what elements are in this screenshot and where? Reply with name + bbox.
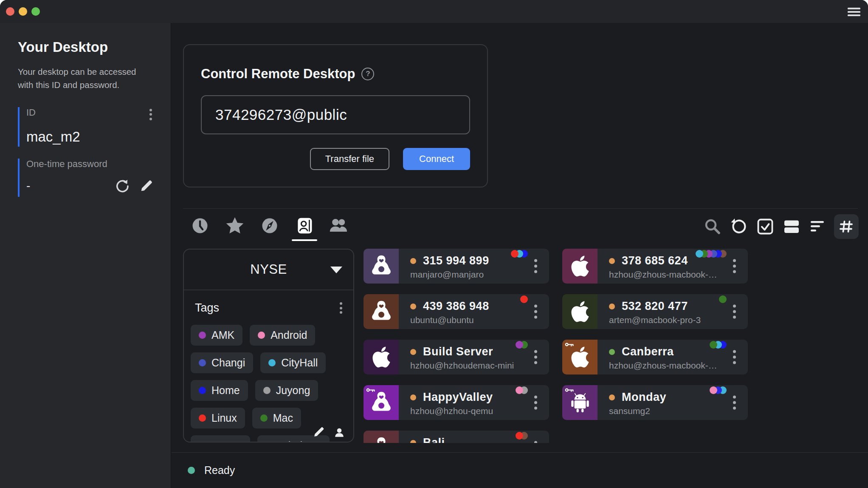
tag-label: Neson — [211, 440, 242, 443]
peer-card[interactable]: Canberrahzhou@zhous-macbook-… — [562, 340, 748, 375]
tag-chip-cityhall[interactable]: CityHall — [260, 352, 326, 373]
connect-button[interactable]: Connect — [403, 148, 470, 170]
people-icon — [330, 217, 349, 234]
search-button[interactable] — [702, 216, 723, 237]
control-remote-desktop-panel: Control Remote Desktop Transfer file Con… — [183, 44, 488, 187]
person-icon[interactable] — [334, 427, 345, 438]
peer-name: Canberra — [622, 345, 674, 358]
peer-menu-button[interactable] — [731, 394, 738, 411]
peer-name: Monday — [622, 391, 666, 404]
hamburger-menu-icon[interactable] — [848, 8, 860, 16]
linux-avatar — [364, 249, 399, 284]
status-bar: Ready — [172, 452, 868, 488]
peer-card[interactable]: Build Serverhzhou@hzhoudemac-mini — [364, 340, 549, 375]
view-mode-button[interactable] — [781, 216, 802, 237]
tag-chip-home[interactable]: Home — [191, 380, 248, 401]
peer-name: 439 386 948 — [423, 300, 489, 313]
tab-recent-sessions[interactable] — [190, 216, 210, 235]
transfer-file-button[interactable]: Transfer file — [310, 148, 389, 170]
peer-menu-button[interactable] — [731, 258, 738, 275]
tags-panel: NYSE Tags AMKAndroidChangiCityHallHomeJu… — [183, 249, 354, 443]
tag-label: Juyong — [276, 384, 310, 397]
tag-label: Windows — [278, 440, 321, 443]
tag-label: AMK — [211, 329, 234, 341]
apple-avatar — [562, 249, 597, 284]
peer-status-dot — [609, 304, 615, 309]
peer-status-dot — [410, 394, 416, 400]
sort-button[interactable] — [808, 216, 828, 237]
refresh-button[interactable] — [729, 216, 749, 237]
panel-title: Control Remote Desktop — [201, 66, 355, 82]
peer-menu-button[interactable] — [533, 440, 539, 443]
peer-card[interactable]: 378 685 624hzhou@zhous-macbook-… — [562, 249, 748, 284]
peer-username: hzhou@hzhoudemac-mini — [410, 360, 519, 371]
peer-name: Build Server — [423, 345, 493, 358]
key-icon — [366, 387, 375, 393]
select-button[interactable] — [755, 216, 775, 237]
peer-menu-button[interactable] — [533, 349, 539, 366]
peer-card[interactable]: 439 386 948ubuntu@ubuntu — [364, 294, 549, 329]
filter-tags-button[interactable] — [834, 214, 859, 239]
one-time-password-value: - — [26, 179, 115, 193]
tag-chip-android[interactable]: Android — [250, 325, 315, 346]
peer-menu-button[interactable] — [533, 303, 539, 321]
address-book-dropdown[interactable]: NYSE — [184, 250, 353, 290]
tag-color-dot — [268, 359, 276, 366]
tag-color-dot — [199, 442, 206, 443]
tag-chip-juyong[interactable]: Juyong — [255, 380, 318, 401]
close-window-button[interactable] — [6, 7, 14, 16]
peer-username: hzhou@hzhou-qemu — [410, 406, 519, 416]
peer-card[interactable]: Mondaysansumg2 — [562, 385, 748, 420]
peer-status-dot — [410, 349, 416, 355]
peer-status-dot — [410, 304, 416, 309]
tag-chip-neson[interactable]: Neson — [191, 435, 250, 443]
refresh-icon — [730, 217, 748, 236]
tag-color-dot — [263, 387, 271, 394]
tab-discovered[interactable] — [260, 216, 279, 235]
one-time-password-section: One-time password - — [18, 159, 154, 197]
pencil-icon[interactable] — [313, 426, 325, 438]
peer-card[interactable]: HappyValleyhzhou@hzhou-qemu — [364, 385, 549, 420]
peer-name: Bali — [423, 436, 445, 443]
peer-username: manjaro@manjaro — [410, 270, 519, 280]
peer-card[interactable]: 315 994 899manjaro@manjaro — [364, 249, 549, 284]
tag-chip-linux[interactable]: Linux — [191, 408, 245, 428]
tab-group[interactable] — [330, 216, 349, 235]
peer-tag-dots — [699, 250, 727, 258]
peer-tag-dots — [519, 386, 528, 394]
linux-avatar — [364, 431, 399, 443]
peer-toolbar — [702, 214, 859, 239]
minimize-window-button[interactable] — [19, 7, 27, 16]
peer-name: 378 685 624 — [622, 254, 688, 267]
help-circle-icon[interactable] — [361, 68, 374, 80]
tab-address-book[interactable] — [295, 216, 314, 235]
tags-menu-button[interactable] — [338, 301, 344, 315]
refresh-password-icon[interactable] — [115, 178, 130, 193]
peer-tabs — [190, 216, 349, 235]
peer-username: hzhou@zhous-macbook-… — [609, 360, 717, 371]
tag-color-dot — [265, 442, 273, 443]
peer-tag-dots — [519, 432, 528, 440]
connection-status-text: Ready — [204, 464, 235, 477]
peer-card[interactable]: 532 820 477artem@macbook-pro-3 — [562, 294, 748, 329]
peer-username: hzhou@zhous-macbook-… — [609, 270, 717, 280]
tag-chip-amk[interactable]: AMK — [191, 325, 242, 346]
hash-icon — [837, 217, 856, 236]
peer-menu-button[interactable] — [731, 349, 738, 366]
peer-tag-dots — [523, 295, 528, 303]
tag-chip-changi[interactable]: Changi — [191, 352, 253, 373]
edit-password-icon[interactable] — [139, 179, 154, 193]
peer-card[interactable]: Bali — [364, 431, 549, 443]
peer-menu-button[interactable] — [533, 394, 539, 411]
clock-icon — [191, 217, 209, 235]
peer-menu-button[interactable] — [533, 258, 539, 275]
tag-color-dot — [258, 332, 265, 339]
tag-chip-mac[interactable]: Mac — [252, 408, 301, 428]
peer-menu-button[interactable] — [731, 303, 738, 321]
remote-id-input[interactable] — [201, 95, 470, 134]
tab-favorites[interactable] — [225, 216, 245, 235]
zoom-window-button[interactable] — [31, 7, 40, 16]
tag-color-dot — [260, 414, 268, 422]
id-menu-button[interactable] — [148, 107, 154, 122]
peer-username: artem@macbook-pro-3 — [609, 315, 717, 325]
